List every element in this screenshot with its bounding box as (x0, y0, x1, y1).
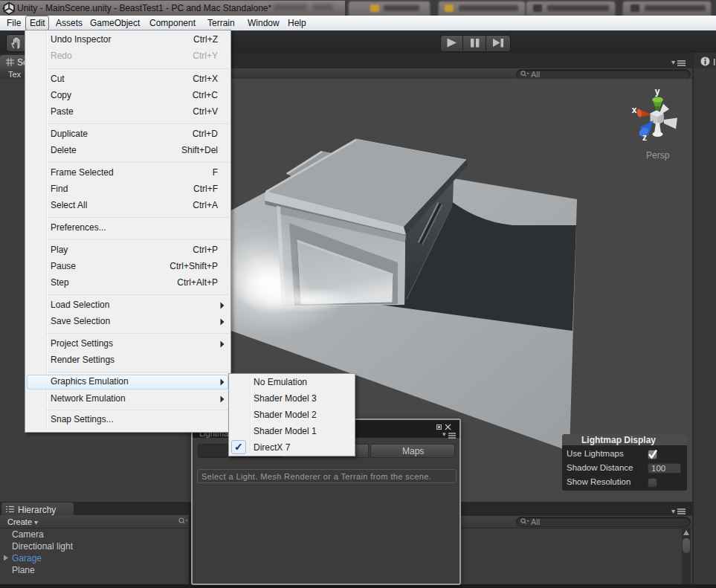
svg-text:Persp: Persp (646, 150, 670, 161)
svg-text:z: z (642, 132, 647, 143)
svg-text:x: x (632, 105, 637, 115)
svg-text:y: y (655, 86, 660, 97)
